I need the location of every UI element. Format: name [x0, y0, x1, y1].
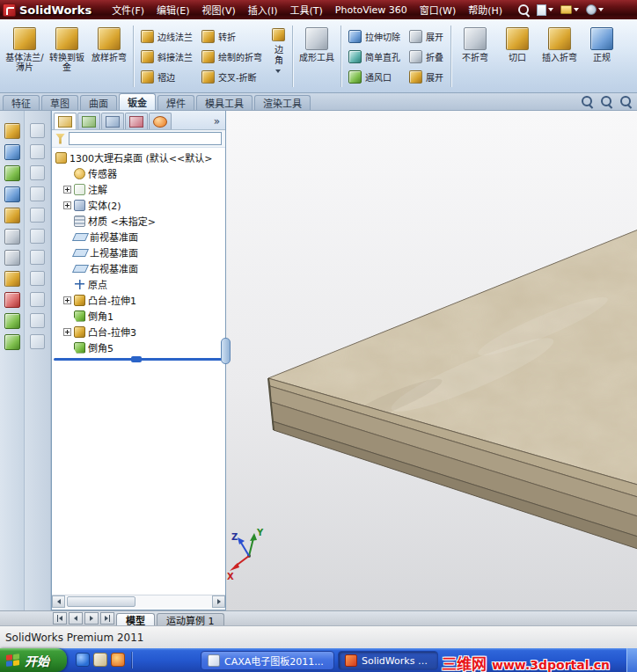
open-document-button[interactable] — [560, 5, 579, 14]
tab-sheet-metal[interactable]: 钣金 — [119, 93, 156, 110]
rollback-bar[interactable] — [54, 358, 222, 361]
arrow-icon[interactable] — [4, 165, 20, 181]
vent-button[interactable]: 通风口 — [346, 68, 403, 86]
simple-hole-button[interactable]: 简单直孔 — [346, 47, 403, 66]
menu-edit[interactable]: 编辑(E) — [150, 0, 196, 19]
sketched-bend-button[interactable]: 绘制的折弯 — [199, 47, 265, 66]
base-flange-button[interactable]: 基体法兰/薄片 — [4, 22, 46, 91]
no-bends-button[interactable]: 不折弯 — [454, 22, 496, 91]
propertymanager-tab[interactable] — [77, 113, 100, 129]
tab-sketch[interactable]: 草图 — [41, 95, 78, 110]
next-tab-button[interactable] — [84, 612, 99, 625]
measure-tool-icon[interactable] — [4, 334, 20, 350]
scroll-right-button[interactable] — [212, 595, 225, 608]
z-axis[interactable] — [241, 543, 249, 556]
expand-icon[interactable] — [63, 201, 71, 209]
search-icon[interactable] — [517, 4, 530, 16]
hem-button[interactable]: 褶边 — [138, 68, 195, 86]
tree-item-origin[interactable]: 原点 — [52, 276, 225, 292]
cylinder-icon[interactable] — [4, 208, 20, 223]
toolbar-icon[interactable] — [30, 271, 45, 286]
orientation-triad[interactable]: X Y Z — [227, 528, 264, 581]
menu-file[interactable]: 文件(F) — [106, 0, 150, 19]
tree-item-sensors[interactable]: 传感器 — [52, 165, 225, 181]
graphics-area[interactable]: X Y Z — [226, 111, 637, 610]
cube-icon[interactable] — [4, 229, 20, 245]
taskbar-item-caxa[interactable]: CAXA电子图板2011... — [201, 651, 334, 670]
swap-arrows-icon[interactable] — [4, 292, 20, 308]
miter-flange-button[interactable]: 斜接法兰 — [138, 47, 195, 66]
insert-bends-button[interactable]: 插入折弯 — [538, 22, 581, 91]
menu-photoview[interactable]: PhotoView 360 — [329, 2, 414, 18]
panel-overflow-button[interactable]: » — [214, 115, 223, 129]
toolbar-icon[interactable] — [30, 229, 45, 244]
dimxpertmanager-tab[interactable] — [125, 113, 148, 129]
featuremanager-tab[interactable] — [54, 113, 77, 129]
panel-splitter-handle[interactable] — [221, 338, 231, 364]
tree-item-boss-extrude3[interactable]: 凸台-拉伸3 — [52, 324, 225, 340]
menu-tools[interactable]: 工具(T) — [284, 0, 329, 19]
tree-item-front-plane[interactable]: 前视基准面 — [52, 229, 225, 245]
tree-item-right-plane[interactable]: 右视基准面 — [52, 260, 225, 276]
unfold-button[interactable]: 展开 — [406, 27, 446, 46]
tab-mold-tools[interactable]: 模具工具 — [196, 95, 253, 110]
quick-launch-desktop-icon[interactable] — [93, 653, 107, 667]
toolbar-icon[interactable] — [30, 186, 45, 201]
menu-view[interactable]: 视图(V) — [196, 0, 242, 19]
start-button[interactable]: 开始 — [0, 648, 67, 672]
toolbar-icon[interactable] — [30, 250, 45, 265]
tab-render-tools[interactable]: 渲染工具 — [254, 95, 311, 110]
jog-button[interactable]: 转折 — [199, 27, 265, 46]
expand-icon[interactable] — [63, 328, 71, 336]
note-icon[interactable] — [4, 250, 20, 266]
tree-item-material[interactable]: 材质 <未指定> — [52, 213, 225, 229]
scrollbar-thumb[interactable] — [67, 596, 135, 607]
convert-to-sheet-metal-button[interactable]: 转换到钣金 — [46, 22, 88, 91]
displaymanager-tab[interactable] — [149, 113, 172, 129]
cross-break-button[interactable]: 交叉-折断 — [199, 68, 265, 86]
last-tab-button[interactable] — [100, 612, 114, 625]
toolbar-icon[interactable] — [30, 292, 45, 307]
taskbar-item-solidworks[interactable]: SolidWorks Premi... — [338, 651, 438, 670]
scrollbar-track[interactable] — [65, 595, 212, 608]
tree-item-top-plane[interactable]: 上视基准面 — [52, 245, 225, 260]
tree-item-solid-bodies[interactable]: 实体(2) — [52, 197, 225, 213]
lofted-bend-button[interactable]: 放样折弯 — [88, 22, 130, 91]
pencil-icon[interactable] — [4, 271, 20, 287]
menu-help[interactable]: 帮助(H) — [462, 0, 509, 19]
prev-tab-button[interactable] — [69, 612, 83, 625]
toolbar-icon[interactable] — [30, 313, 45, 328]
tree-item-chamfer1[interactable]: 倒角1 — [52, 308, 225, 324]
toolbar-icon[interactable] — [30, 208, 45, 223]
tab-motion-study[interactable]: 运动算例 1 — [157, 613, 224, 626]
asterisk-icon[interactable] — [4, 186, 20, 202]
tab-model[interactable]: 模型 — [116, 613, 155, 626]
expand-icon[interactable] — [63, 186, 71, 194]
quick-launch-media-icon[interactable] — [111, 653, 125, 667]
check-tool-icon[interactable] — [4, 313, 20, 329]
menu-insert[interactable]: 插入(I) — [242, 0, 284, 19]
flatten-button[interactable]: 展开 — [406, 68, 446, 86]
tree-item-chamfer5[interactable]: 倒角5 — [52, 340, 225, 355]
tab-surfaces[interactable]: 曲面 — [80, 95, 117, 110]
tree-item-annotations[interactable]: 注解 — [52, 181, 225, 197]
tree-filter-input[interactable] — [69, 132, 222, 145]
rip-button[interactable]: 切口 — [496, 22, 538, 91]
toolbar-icon[interactable] — [30, 123, 45, 138]
options-button[interactable] — [586, 4, 604, 15]
edge-flange-button[interactable]: 边线法兰 — [138, 27, 195, 46]
normal-to-button[interactable]: 正规 — [581, 22, 623, 91]
dashed-line-icon[interactable] — [4, 144, 20, 160]
new-document-button[interactable] — [537, 4, 553, 16]
tab-features[interactable]: 特征 — [3, 95, 40, 110]
forming-tool-button[interactable]: 成形工具 — [296, 22, 338, 91]
dimension-icon[interactable] — [4, 123, 20, 139]
expand-icon[interactable] — [63, 296, 71, 304]
toolbar-icon[interactable] — [30, 144, 45, 159]
tree-item-boss-extrude1[interactable]: 凸台-拉伸1 — [52, 292, 225, 308]
zoom-window-icon[interactable] — [600, 95, 613, 108]
y-axis[interactable] — [249, 538, 253, 556]
extruded-cut-button[interactable]: 拉伸切除 — [346, 27, 403, 46]
quick-launch-browser-icon[interactable] — [76, 653, 90, 667]
tab-weldments[interactable]: 焊件 — [157, 95, 194, 110]
